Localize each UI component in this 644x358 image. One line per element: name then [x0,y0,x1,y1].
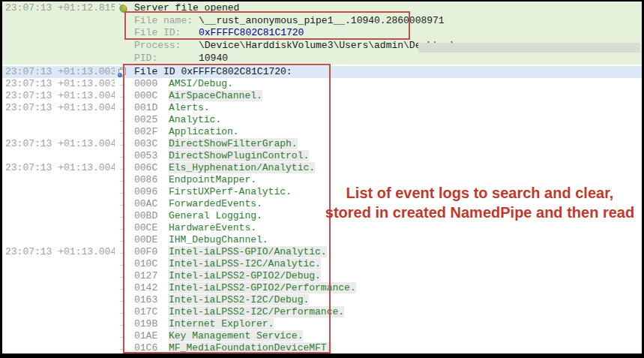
arrow-icon: → [115,152,130,161]
entry-log-name: HardwareEvents. [169,222,256,233]
entry-offset: 00F0 [134,246,169,257]
entry-log-name: Intel-iaLPSS2-GPIO2/Performance. [169,282,356,293]
log-entry-row[interactable]: 23:07:13 +01:13.004 → 006C Els_Hyphenati… [2,162,642,174]
entry-log-name: Internet Explorer. [169,318,274,329]
entry-offset: 01AE [134,330,169,341]
field-value: \__rust_anonymous_pipe1__.10940.28600089… [199,15,445,26]
annotation-line2: stored in created NamedPipe and then rea… [315,203,644,222]
arrow-icon: → [115,104,130,113]
entry-offset: 00CE [134,222,169,233]
arrow-icon: → [115,176,130,185]
arrow-icon: → [115,140,130,149]
arrow-icon: → [115,260,130,269]
entry-offset: 017C [134,306,169,317]
entry-log-name: Intel-iaLPSS-I2C/Analytic. [169,258,321,269]
entry-offset: 00AC [134,198,169,209]
entry-log-name: MF_MediaFoundationDeviceMFT. [169,342,332,353]
annotation-text: List of event logs to search and clear, … [315,183,644,222]
entry-offset: 0163 [134,294,169,305]
log-entry-row[interactable]: → 00DE IHM_DebugChannel. [2,234,642,246]
event-field-row[interactable]: File name: \__rust_anonymous_pipe1__.109… [2,14,642,27]
log-entry-row[interactable]: 23:07:13 +01:13.004 → 000C AirSpaceChann… [2,90,642,102]
log-entry-row[interactable]: → 0127 Intel-iaLPSS2-GPIO2/Debug. [2,270,642,282]
entry-log-name: General Logging. [169,210,262,221]
server-file-opened-event[interactable]: 23:07:13 +01:12.815 Server file opened F… [2,2,642,66]
entry-offset: 0142 [134,282,169,293]
arrow-icon: → [115,116,130,125]
log-entry-row[interactable]: → 01C6 MF_MediaFoundationDeviceMFT. [2,342,642,353]
arrow-icon: → [115,272,130,281]
log-entry-row[interactable]: → 017C Intel-iaLPSS2-I2C/Performance. [2,306,642,318]
entry-log-name: Intel-iaLPSS2-I2C/Performance. [169,306,344,317]
entry-log-name: AirSpaceChannel. [169,90,262,101]
entry-offset: 001D [134,102,169,113]
log-entry-row[interactable]: → 0163 Intel-iaLPSS2-I2C/Debug. [2,294,642,306]
log-entry-row[interactable]: → 0025 Analytic. [2,114,642,126]
entry-timestamp: 23:07:13 +01:13.003 [2,78,115,89]
entry-log-name: DirectShowFilterGraph. [169,138,298,149]
log-entry-row[interactable]: 23:07:13 +01:13.004 → 001D Alerts. [2,102,642,114]
event-title-row[interactable]: 23:07:13 +01:12.815 Server file opened [2,2,642,14]
documents-icon [115,67,130,77]
entry-timestamp: 23:07:13 +01:13.004 [2,162,115,173]
entry-offset: 006C [134,162,169,173]
arrow-icon: → [115,212,130,221]
entry-log-name: Els_Hyphenation/Analytic. [169,162,315,173]
plug-icon [115,2,130,14]
arrow-icon: → [115,164,130,173]
arrow-icon: → [115,344,130,353]
arrow-icon: → [115,80,130,89]
annotation-line1: List of event logs to search and clear, [315,183,644,203]
log-entry-row[interactable]: 23:07:13 +01:13.003 → 0000 AMSI/Debug. [2,78,642,90]
event-field-row[interactable]: File ID: 0xFFFFC802C81C1720 [2,27,642,40]
log-entry-row[interactable]: → 0142 Intel-iaLPSS2-GPIO2/Performance. [2,282,642,294]
entry-log-name: ForwardedEvents. [169,198,262,209]
entry-offset: 0127 [134,270,169,281]
entry-log-name: FirstUXPerf-Analytic. [169,186,292,197]
log-entry-row[interactable]: → 002F Application. [2,126,642,138]
entry-log-name: Analytic. [169,114,221,125]
entry-offset: 0025 [134,114,169,125]
log-entry-row[interactable]: → 0053 DirectShowPluginControl. [2,150,642,162]
entry-log-name: Intel-iaLPSS-GPIO/Analytic. [169,246,327,257]
entry-offset: 00DE [134,234,169,245]
entry-log-name: Intel-iaLPSS2-GPIO2/Debug. [169,270,321,281]
log-viewer-content: 23:07:13 +01:12.815 Server file opened F… [2,2,642,353]
arrow-icon: → [115,200,130,209]
entry-offset: 002F [134,126,169,137]
log-entry-row[interactable]: → 00CE HardwareEvents. [2,222,642,234]
entry-offset: 0086 [134,174,169,185]
log-entry-row[interactable]: 23:07:13 +01:13.004 → 003C DirectShowFil… [2,138,642,150]
entry-timestamp: 23:07:13 +01:13.004 [2,90,115,101]
redacted-process-path [418,43,640,53]
entry-offset: 00BD [134,210,169,221]
entry-log-name: Application. [169,126,239,137]
field-label: File ID: [134,27,199,38]
event-field-row[interactable]: PID: 10940 [2,52,642,65]
arrow-icon: → [115,320,130,329]
arrow-icon: → [115,224,130,233]
field-value: 0xFFFFC802C81C1720 [199,27,304,38]
arrow-icon: → [115,128,130,137]
field-label: Process: [134,40,199,51]
arrow-icon: → [115,284,130,293]
field-value: \Device\HarddiskVolume3\Users\admin\Desk… [199,40,456,51]
log-entry-row[interactable]: 23:07:13 +01:13.004 → 00F0 Intel-iaLPSS-… [2,246,642,258]
entry-log-name: DirectShowPluginControl. [169,150,309,161]
arrow-icon: → [115,188,130,197]
log-entry-row[interactable]: → 019B Internet Explorer. [2,318,642,330]
entry-offset: 010C [134,258,169,269]
list-header-timestamp: 23:07:13 +01:13.003 [2,66,115,77]
entry-log-name: Key Management Service. [169,330,303,341]
entry-log-name: EndpointMapper. [169,174,256,185]
arrow-icon: → [115,296,130,305]
entry-log-name: Alerts. [169,102,210,113]
log-entry-row[interactable]: → 01AE Key Management Service. [2,330,642,342]
entry-log-name: AMSI/Debug. [169,78,233,89]
log-entry-row[interactable]: → 010C Intel-iaLPSS-I2C/Analytic. [2,258,642,270]
entry-offset: 003C [134,138,169,149]
event-fields: File name: \__rust_anonymous_pipe1__.109… [2,14,642,65]
arrow-icon: → [115,332,130,341]
field-label: PID: [134,53,199,64]
list-header-row[interactable]: 23:07:13 +01:13.003 File ID 0xFFFFC802C8… [2,66,642,78]
